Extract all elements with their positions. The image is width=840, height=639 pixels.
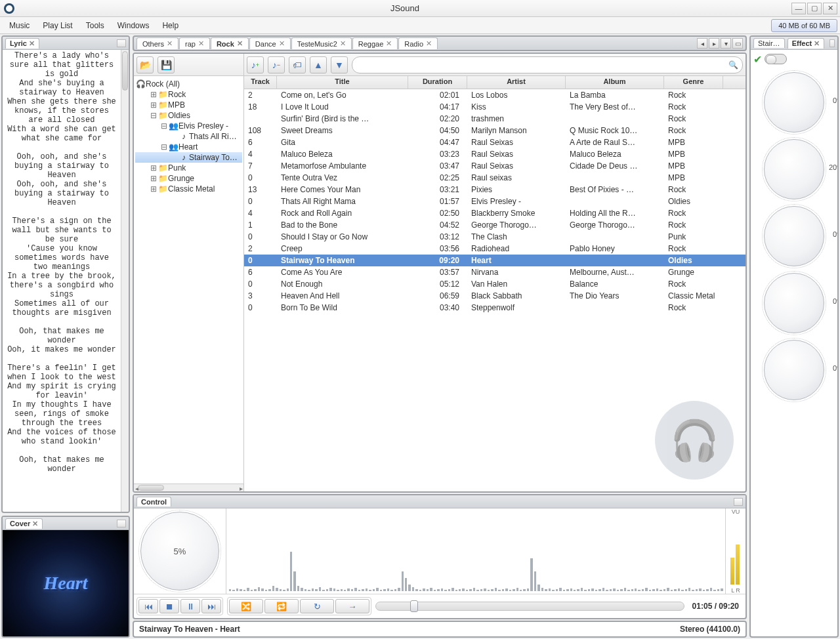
effect-knob-3[interactable]: 0%	[764, 206, 824, 266]
column-artist[interactable]: Artist	[467, 76, 566, 89]
table-row[interactable]: 0Stairway To Heaven09:20HeartOldies	[244, 255, 746, 266]
table-row[interactable]: 18I Love It Loud04:17KissThe Very Best o…	[244, 101, 746, 113]
close-icon[interactable]: ✕	[426, 39, 432, 48]
continue-button[interactable]: →	[335, 599, 369, 613]
close-icon[interactable]: ✕	[340, 39, 346, 48]
tree-item[interactable]: ♪Stairway To…	[135, 152, 242, 163]
search-icon[interactable]	[728, 60, 738, 70]
playlist-tab-testemusic2[interactable]: TesteMusic2✕	[291, 37, 352, 49]
tree-item[interactable]: ♪Thats All Ri…	[135, 131, 242, 142]
menu-help[interactable]: Help	[156, 19, 185, 32]
table-row[interactable]: 7Metamorfose Ambulante03:47Raul SeixasCi…	[244, 160, 746, 172]
tree-item[interactable]: ⊟👥Elvis Presley -	[135, 121, 242, 131]
close-icon[interactable]: ✕	[29, 39, 35, 48]
panel-minimize-button[interactable]	[830, 39, 835, 47]
repeat-button[interactable]: 🔁	[264, 599, 299, 613]
table-row[interactable]: 2Come on, Let's Go02:01Los LobosLa Bamba…	[244, 89, 746, 101]
cover-tab[interactable]: Cover ✕	[5, 518, 43, 529]
lyric-tab[interactable]: Lyric ✕	[5, 38, 39, 49]
search-box[interactable]	[352, 56, 743, 73]
column-title[interactable]: Title	[277, 76, 408, 89]
table-row[interactable]: 3Heaven And Hell06:59Black SabbathThe Di…	[244, 290, 746, 302]
prev-button[interactable]: ⏮	[138, 599, 158, 613]
shuffle-button[interactable]: 🔀	[229, 599, 263, 613]
next-button[interactable]: ⏭	[201, 599, 221, 613]
tabs-window[interactable]: ▭	[732, 38, 743, 49]
table-row[interactable]: 4Maluco Beleza03:23Raul SeixasMaluco Bel…	[244, 148, 746, 160]
table-row[interactable]: 1Bad to the Bone04:52George Thorogo…Geor…	[244, 219, 746, 231]
close-icon[interactable]: ✕	[814, 39, 820, 48]
tree-hscrollbar[interactable]: ◂▸	[134, 484, 243, 491]
tree-toggle[interactable]: ⊟	[160, 142, 168, 152]
playlist-tab-others[interactable]: Others✕	[136, 37, 178, 49]
tree-item[interactable]: ⊟👥Heart	[135, 142, 242, 152]
close-icon[interactable]: ✕	[167, 39, 173, 48]
table-row[interactable]: 0Not Enough05:12Van HalenBalanceRock	[244, 278, 746, 290]
playlist-tab-rock[interactable]: Rock✕	[211, 37, 249, 49]
seek-slider[interactable]	[375, 602, 684, 611]
playlist-tab-rap[interactable]: rap✕	[179, 37, 210, 49]
effect-knob-4[interactable]: 0%	[764, 273, 824, 333]
table-row[interactable]: 0Should I Stay or Go Now03:12The ClashPu…	[244, 231, 746, 243]
tree-item[interactable]: ⊞📁Punk	[135, 163, 242, 173]
close-icon[interactable]: ✕	[386, 39, 392, 48]
close-icon[interactable]: ✕	[237, 39, 243, 48]
move-down-button[interactable]	[331, 56, 348, 73]
effects-toggle[interactable]	[765, 54, 787, 64]
table-row[interactable]: 4Rock and Roll Again02:50Blackberry Smok…	[244, 207, 746, 219]
search-input[interactable]	[356, 60, 728, 70]
effect-knob-2[interactable]: 20%	[764, 139, 824, 199]
tree-root[interactable]: 🎧Rock (All)	[135, 79, 242, 89]
table-row[interactable]: 0Tente Outra Vez02:25Raul seixasMPB	[244, 172, 746, 184]
table-row[interactable]: 13Here Comes Your Man03:21PixiesBest Of …	[244, 184, 746, 196]
minimize-button[interactable]: —	[791, 3, 806, 14]
table-row[interactable]: 6Gita04:47Raul SeixasA Arte de Raul S…MP…	[244, 136, 746, 148]
table-header[interactable]: TrackTitleDurationArtistAlbumGenre	[244, 76, 746, 89]
maximize-button[interactable]: ▢	[807, 3, 822, 14]
tree-toggle[interactable]: ⊞	[150, 174, 158, 183]
panel-minimize-button[interactable]	[734, 498, 743, 506]
tree-item[interactable]: ⊞📁Rock	[135, 89, 242, 100]
effect-knob-5[interactable]: 0%	[764, 340, 824, 400]
tree-toggle[interactable]: ⊞	[150, 100, 158, 110]
move-up-button[interactable]	[310, 56, 327, 73]
playlist-tab-dance[interactable]: Dance✕	[249, 37, 291, 49]
close-icon[interactable]: ✕	[279, 39, 285, 48]
menu-windows[interactable]: Windows	[111, 19, 156, 32]
effect-knob-1[interactable]: 0%	[764, 72, 824, 133]
tabs-scroll-left[interactable]: ◂	[697, 38, 707, 49]
volume-knob[interactable]: 5%	[140, 512, 219, 590]
tree-toggle[interactable]: ⊟	[150, 111, 158, 120]
tabs-menu[interactable]: ▾	[721, 38, 731, 49]
repeat-one-button[interactable]: ↻	[300, 599, 334, 613]
table-row[interactable]: 2Creep03:56RadioheadPablo HoneyRock	[244, 243, 746, 255]
table-row[interactable]: 108Sweet Dreams04:50Marilyn MansonQ Musi…	[244, 125, 746, 136]
menu-music[interactable]: Music	[3, 19, 36, 32]
table-row[interactable]: Surfin' Bird (Bird is the …02:20trashmen…	[244, 113, 746, 125]
pause-button[interactable]: ⏸	[180, 599, 200, 613]
tree-toggle[interactable]: ⊞	[150, 163, 158, 173]
effect-tab-stair[interactable]: Stair…	[753, 38, 785, 48]
lyric-scrollbar[interactable]	[121, 50, 129, 512]
menu-play-list[interactable]: Play List	[36, 19, 79, 32]
table-row[interactable]: 6Come As You Are03:57NirvanaMelbourne, A…	[244, 266, 746, 278]
save-button[interactable]	[158, 56, 175, 73]
tree-item[interactable]: ⊟📁Oldies	[135, 110, 242, 121]
tree-item[interactable]: ⊞📁Classic Metal	[135, 184, 242, 194]
close-button[interactable]: ✕	[823, 3, 837, 14]
remove-track-button[interactable]: −	[268, 56, 285, 73]
column-album[interactable]: Album	[566, 76, 664, 89]
tree-toggle[interactable]: ⊞	[150, 90, 158, 99]
column-track[interactable]: Track	[244, 76, 277, 89]
add-track-button[interactable]: +	[247, 56, 264, 73]
tag-button[interactable]	[289, 56, 306, 73]
stop-button[interactable]: ⏹	[159, 599, 179, 613]
tree-item[interactable]: ⊞📁Grunge	[135, 173, 242, 184]
library-tree[interactable]: 🎧Rock (All)⊞📁Rock⊞📁MPB⊟📁Oldies⊟👥Elvis Pr…	[134, 76, 243, 484]
close-icon[interactable]: ✕	[198, 39, 204, 48]
column-duration[interactable]: Duration	[408, 76, 467, 89]
panel-minimize-button[interactable]	[117, 520, 126, 527]
open-folder-button[interactable]	[136, 56, 154, 73]
table-row[interactable]: 0Thats All Right Mama01:57Elvis Presley …	[244, 196, 746, 207]
effect-tab-effect[interactable]: Effect ✕	[788, 38, 825, 49]
